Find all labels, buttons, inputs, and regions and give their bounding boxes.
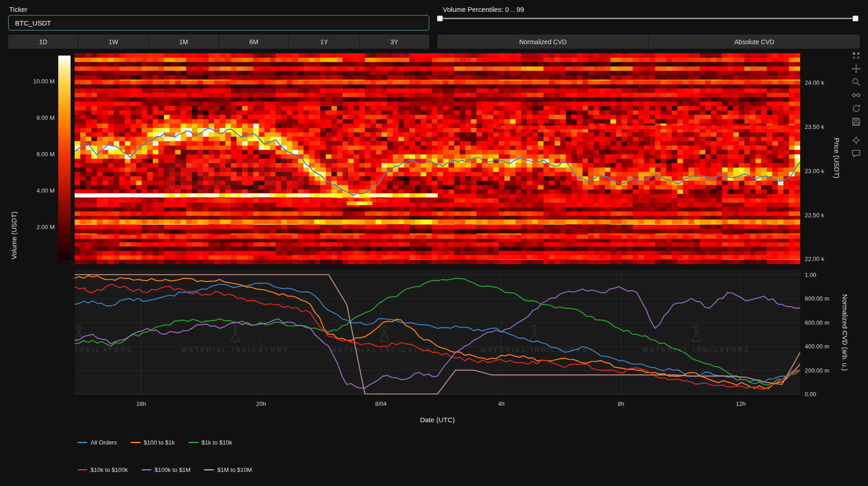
price-axis-tick: 22.00 k xyxy=(805,256,824,262)
timeframe-button-1y[interactable]: 1Y xyxy=(289,35,359,49)
volume-axis-tick: 2.00 M xyxy=(15,224,55,230)
legend-line-marker xyxy=(204,469,214,471)
legend-line-marker xyxy=(77,469,87,471)
autoscale-icon[interactable] xyxy=(852,136,861,145)
legend-line-marker xyxy=(188,442,198,443)
chart-modebar xyxy=(851,51,862,162)
price-axis-title: Price (USDT) xyxy=(833,138,841,178)
legend-item-1k-to-10k[interactable]: $1k to $10k xyxy=(188,439,232,446)
cvd-axis-tick: 1.00 xyxy=(805,271,816,278)
normalized-cvd-chart[interactable] xyxy=(75,270,800,395)
volume-axis-title: Volume (USDT) xyxy=(10,211,18,259)
price-axis-tick: 24.00 k xyxy=(805,79,824,86)
cvd-axis-title: Normalized CVD (arb. u.) xyxy=(841,294,849,371)
legend-item-10k-to-100k[interactable]: $10k to $100k xyxy=(77,466,128,473)
legend-label: All Orders xyxy=(91,439,117,446)
x-axis-tick: 16h xyxy=(136,400,146,407)
volume-percentiles-label: Volume Percentiles: 0 .. 99 xyxy=(443,5,524,13)
legend-label: $10k to $100k xyxy=(91,466,128,473)
cvd-button-row: Normalized CVDAbsolute CVD xyxy=(437,35,860,49)
legend-row: $10k to $100k$100k to $1M$1M to $10M xyxy=(77,466,252,473)
pan-icon[interactable] xyxy=(852,64,861,73)
hover-mode-icon[interactable] xyxy=(852,149,861,158)
legend-row: All Orders$100 to $1k$1k to $10k xyxy=(77,439,252,446)
legend-label: $100 to $1k xyxy=(144,439,175,446)
plotly-logo-icon[interactable] xyxy=(852,51,861,60)
cvd-mode-button-normalized-cvd[interactable]: Normalized CVD xyxy=(437,35,649,49)
ticker-input[interactable] xyxy=(8,15,429,31)
ticker-label: Ticker xyxy=(9,5,27,13)
price-axis-tick: 22.50 k xyxy=(805,211,824,218)
volume-axis-tick: 10.00 M xyxy=(15,78,55,85)
cvd-axis-tick: 400.00 m xyxy=(805,343,829,350)
timeframe-button-1d[interactable]: 1D xyxy=(8,35,78,49)
cvd-axis-tick: 800.00 m xyxy=(805,295,829,302)
legend-line-marker xyxy=(77,442,87,443)
slider-handle-min[interactable] xyxy=(437,15,443,21)
legend-label: $1M to $10M xyxy=(217,466,252,473)
x-axis-tick: 12h xyxy=(736,400,746,407)
price-axis-tick: 23.00 k xyxy=(805,167,824,174)
cvd-axis-tick: 600.00 m xyxy=(805,319,829,326)
timeframe-button-3y[interactable]: 3Y xyxy=(360,35,429,49)
x-axis-tick: 8h xyxy=(618,400,624,407)
volume-axis-tick: 4.00 M xyxy=(15,187,55,194)
slider-track xyxy=(437,18,858,19)
legend-item-100-to-1k[interactable]: $100 to $1k xyxy=(131,439,175,446)
timeframe-button-6m[interactable]: 6M xyxy=(219,35,289,49)
x-axis-tick: 20h xyxy=(256,400,266,407)
timeframe-button-1m[interactable]: 1M xyxy=(149,35,218,49)
chart-legend: All Orders$100 to $1k$1k to $10k$10k to … xyxy=(77,439,252,486)
zoom-icon[interactable] xyxy=(852,77,861,87)
timeframe-button-1w[interactable]: 1W xyxy=(78,35,148,49)
reset-view-icon[interactable] xyxy=(852,104,861,113)
legend-item-100k-to-1m[interactable]: $100k to $1M xyxy=(142,466,191,473)
volume-colorbar xyxy=(58,56,71,261)
price-volume-heatmap-chart[interactable] xyxy=(75,53,800,264)
x-axis-title: Date (UTC) xyxy=(420,416,455,424)
link-axes-icon[interactable] xyxy=(852,91,861,100)
volume-percentile-slider[interactable] xyxy=(437,15,858,22)
price-axis-tick: 23.50 k xyxy=(805,123,824,130)
timeframe-button-row: 1D1W1M6M1Y3Y xyxy=(8,35,429,49)
legend-item-all-orders[interactable]: All Orders xyxy=(77,439,117,446)
legend-line-marker xyxy=(131,442,141,443)
slider-handle-max[interactable] xyxy=(853,15,858,21)
legend-item-1m-to-10m[interactable]: $1M to $10M xyxy=(204,466,252,473)
firecharts-app: Ticker 1D1W1M6M1Y3Y Volume Percentiles: … xyxy=(0,0,868,486)
cvd-axis-tick: 200.00 m xyxy=(805,367,829,373)
cvd-mode-button-absolute-cvd[interactable]: Absolute CVD xyxy=(649,35,860,49)
cvd-axis-tick: 0.00 xyxy=(805,391,816,398)
legend-label: $100k to $1M xyxy=(155,466,191,473)
x-axis-tick: 4h xyxy=(498,400,504,407)
volume-axis-tick: 8.00 M xyxy=(15,114,55,121)
legend-line-marker xyxy=(142,469,152,471)
x-axis-tick: 8/04 xyxy=(375,400,386,407)
save-icon[interactable] xyxy=(852,117,861,126)
legend-label: $1k to $10k xyxy=(202,439,232,446)
volume-axis-tick: 6.00 M xyxy=(15,151,55,158)
